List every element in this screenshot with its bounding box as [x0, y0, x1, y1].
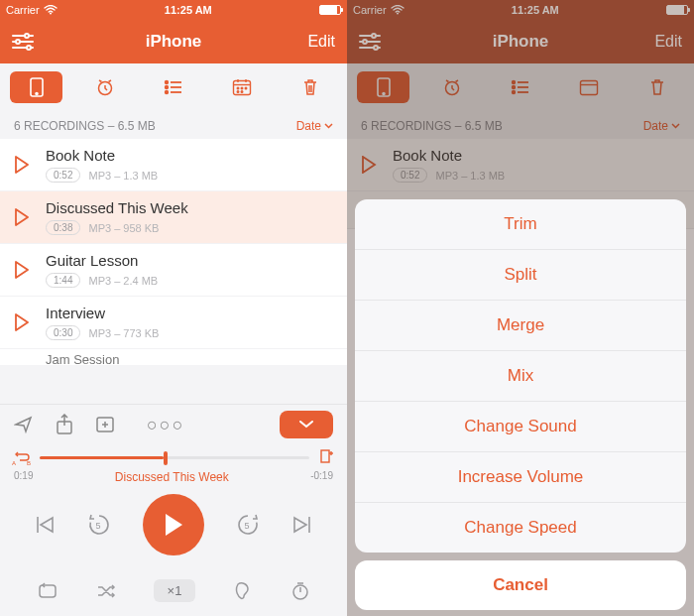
svg-point-14: [237, 87, 239, 89]
tab-device[interactable]: [10, 71, 62, 103]
svg-text:5: 5: [96, 521, 101, 531]
svg-point-18: [241, 91, 243, 93]
list-item[interactable]: Book Note 0:52MP3 – 1.3 MB: [0, 139, 347, 191]
tab-trash[interactable]: [285, 71, 337, 103]
back-5s-button[interactable]: 5: [85, 511, 113, 539]
sleep-timer-button[interactable]: [290, 581, 310, 601]
svg-point-16: [245, 87, 247, 89]
earpiece-button[interactable]: [232, 581, 254, 601]
status-bar: Carrier 11:25 AM: [0, 0, 347, 20]
sheet-item-increase-volume[interactable]: Increase Volume: [355, 452, 686, 503]
phone-left: Carrier 11:25 AM iPhone Edit: [0, 0, 347, 616]
playback-rate-button[interactable]: ×1: [154, 579, 196, 602]
duration-badge: 1:44: [46, 273, 80, 288]
forward-5s-button[interactable]: 5: [234, 511, 262, 539]
recording-meta: MP3 – 1.3 MB: [88, 170, 158, 182]
elapsed-time: 0:19: [14, 470, 33, 484]
play-icon[interactable]: [14, 261, 34, 279]
duration-badge: 0:38: [46, 220, 80, 235]
tab-list[interactable]: [147, 71, 199, 103]
battery-icon: [319, 5, 341, 15]
svg-point-8: [166, 91, 169, 94]
play-icon[interactable]: [14, 313, 34, 331]
send-icon[interactable]: [14, 415, 34, 434]
sheet-item-trim[interactable]: Trim: [355, 199, 686, 250]
recordings-count: 6 RECORDINGS – 6.5 MB: [14, 119, 156, 133]
page-title: iPhone: [61, 32, 286, 52]
play-icon[interactable]: [14, 156, 34, 174]
nav-bar: iPhone Edit: [0, 20, 347, 63]
next-track-button[interactable]: [290, 515, 312, 535]
recording-title: Book Note: [46, 147, 333, 164]
sheet-item-change-speed[interactable]: Change Speed: [355, 503, 686, 553]
list-item[interactable]: Discussed This Week 0:38MP3 – 958 KB: [0, 191, 347, 244]
carrier-label: Carrier: [6, 4, 40, 16]
svg-text:A: A: [12, 460, 16, 466]
player-panel: ○○○ AB 0:19 Discussed This Week -0:19 5 …: [0, 404, 347, 616]
chevron-down-icon: [298, 420, 314, 430]
recording-meta: MP3 – 2.4 MB: [88, 275, 158, 287]
svg-rect-33: [40, 585, 56, 597]
sliders-icon[interactable]: [12, 35, 34, 49]
category-toolbar: [0, 63, 347, 111]
list-summary-bar: 6 RECORDINGS – 6.5 MB Date: [0, 111, 347, 139]
sheet-cancel-button[interactable]: Cancel: [355, 560, 686, 610]
shuffle-button[interactable]: [95, 582, 117, 600]
sheet-item-split[interactable]: Split: [355, 250, 686, 301]
list-item[interactable]: Jam Session: [0, 349, 347, 365]
progress-slider[interactable]: [40, 448, 309, 466]
recording-meta: MP3 – 958 KB: [88, 222, 159, 234]
collapse-button[interactable]: [280, 411, 333, 438]
play-icon[interactable]: [14, 208, 34, 226]
bookmark-icon[interactable]: [317, 448, 335, 466]
recording-title: Interview: [46, 305, 333, 321]
svg-point-17: [237, 91, 239, 93]
duration-badge: 0:52: [46, 168, 80, 183]
recording-title: Discussed This Week: [46, 199, 333, 216]
recordings-list: Book Note 0:52MP3 – 1.3 MB Discussed Thi…: [0, 139, 347, 365]
svg-point-0: [50, 13, 52, 15]
svg-point-4: [166, 81, 169, 84]
sheet-item-mix[interactable]: Mix: [355, 351, 686, 402]
clock: 11:25 AM: [58, 4, 319, 16]
recording-title: Jam Session: [46, 352, 333, 366]
duration-badge: 0:30: [46, 325, 80, 340]
svg-point-2: [36, 93, 38, 95]
svg-rect-27: [321, 450, 329, 462]
list-item[interactable]: Guitar Lesson 1:44MP3 – 2.4 MB: [0, 244, 347, 297]
wifi-icon: [44, 5, 58, 15]
prev-track-button[interactable]: [35, 515, 57, 535]
svg-point-6: [166, 86, 169, 89]
recording-title: Guitar Lesson: [46, 252, 333, 269]
svg-text:B: B: [27, 460, 31, 466]
tab-reminders[interactable]: [78, 71, 131, 103]
now-playing-title: Discussed This Week: [115, 470, 229, 484]
chevron-down-icon: [324, 123, 333, 129]
ab-repeat-icon[interactable]: AB: [12, 448, 32, 466]
edit-button[interactable]: Edit: [286, 33, 335, 51]
add-to-icon[interactable]: [95, 416, 115, 433]
list-item[interactable]: Interview 0:30MP3 – 773 KB: [0, 297, 347, 349]
tab-calendar[interactable]: [216, 71, 269, 103]
sort-button[interactable]: Date: [296, 119, 333, 133]
more-icon[interactable]: ○○○: [137, 415, 258, 435]
phone-right: Carrier 11:25 AM iPhone Edit 6 RECORDING…: [347, 0, 694, 616]
play-button[interactable]: [143, 494, 204, 555]
svg-text:5: 5: [244, 521, 249, 531]
recording-meta: MP3 – 773 KB: [88, 327, 159, 339]
svg-point-15: [241, 87, 243, 89]
repeat-button[interactable]: [37, 582, 58, 600]
action-sheet: Trim Split Merge Mix Change Sound Increa…: [355, 199, 686, 610]
sheet-item-merge[interactable]: Merge: [355, 301, 686, 351]
share-icon[interactable]: [56, 414, 73, 435]
sheet-item-change-sound[interactable]: Change Sound: [355, 402, 686, 452]
remaining-time: -0:19: [310, 470, 333, 484]
